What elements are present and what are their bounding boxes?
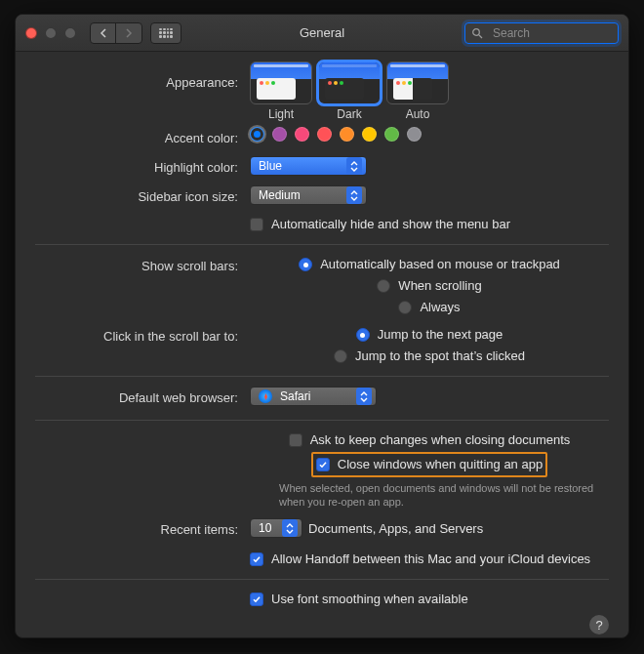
chevron-up-down-icon <box>282 519 298 537</box>
scrollbars-label: Show scroll bars: <box>35 255 250 278</box>
recent-items-label: Recent items: <box>35 518 250 542</box>
auto-hide-menubar-label: Automatically hide and show the menu bar <box>271 215 510 234</box>
titlebar: General <box>16 15 628 52</box>
radio-icon <box>334 349 347 363</box>
auto-hide-menubar-checkbox[interactable]: Automatically hide and show the menu bar <box>250 215 510 234</box>
click-scrollbar-radio[interactable]: Jump to the next page <box>356 325 503 345</box>
menubar-row: Automatically hide and show the menu bar <box>35 215 609 234</box>
appearance-option-label: Dark <box>337 107 361 121</box>
recent-items-value: 10 <box>259 521 276 535</box>
handoff-checkbox[interactable]: Allow Handoff between this Mac and your … <box>250 550 590 569</box>
close-windows-checkbox[interactable]: Close windows when quitting an app <box>316 455 543 474</box>
checkbox-icon <box>250 218 263 231</box>
default-browser-row: Default web browser: Safari <box>35 387 609 410</box>
click-scrollbar-options: Jump to the next pageJump to the spot th… <box>250 325 609 366</box>
scrollbars-radio[interactable]: Always <box>398 298 460 317</box>
recent-items-suffix: Documents, Apps, and Servers <box>308 521 483 536</box>
option-label: Jump to the spot that’s clicked <box>355 347 525 366</box>
svg-marker-2 <box>264 393 267 400</box>
system-preferences-window: General Appearance: Light Dark <box>15 14 629 638</box>
separator <box>35 420 609 421</box>
highlight-label: Highlight color: <box>35 156 250 180</box>
radio-icon <box>299 258 312 271</box>
appearance-option-label: Auto <box>406 107 430 121</box>
handoff-row: Allow Handoff between this Mac and your … <box>35 550 609 569</box>
close-windows-hint: When selected, open documents and window… <box>279 481 601 509</box>
option-label: Automatically based on mouse or trackpad <box>320 255 560 274</box>
accent-swatch[interactable] <box>295 127 309 142</box>
chevron-up-down-icon <box>346 157 362 175</box>
appearance-option-label: Light <box>268 107 294 121</box>
checkbox-icon <box>289 433 302 447</box>
appearance-option-auto[interactable]: Auto <box>386 61 449 121</box>
accent-row: Accent color: <box>35 127 609 150</box>
checkbox-icon <box>316 458 330 471</box>
ask-keep-changes-checkbox[interactable]: Ask to keep changes when closing documen… <box>289 430 571 450</box>
scrollbars-row: Show scroll bars: Automatically based on… <box>35 255 609 317</box>
accent-swatch[interactable] <box>250 127 264 142</box>
font-smoothing-row: Use font smoothing when available <box>35 590 609 609</box>
minimize-window-icon[interactable] <box>45 27 57 39</box>
search-icon <box>471 27 483 39</box>
svg-point-0 <box>473 28 480 35</box>
chevron-up-down-icon <box>356 388 372 405</box>
help-button[interactable]: ? <box>589 615 609 634</box>
font-smoothing-label: Use font smoothing when available <box>271 590 468 609</box>
appearance-label: Appearance: <box>35 61 250 104</box>
option-label: When scrolling <box>398 276 481 296</box>
search-field[interactable] <box>464 22 619 44</box>
nav-back-button[interactable] <box>91 23 116 43</box>
scrollbars-options: Automatically based on mouse or trackpad… <box>250 255 609 317</box>
handoff-label: Allow Handoff between this Mac and your … <box>271 550 590 569</box>
zoom-window-icon[interactable] <box>64 27 76 39</box>
highlight-popup[interactable]: Blue <box>250 156 367 176</box>
accent-swatch[interactable] <box>317 127 332 142</box>
scrollbars-radio[interactable]: When scrolling <box>377 276 481 296</box>
svg-line-1 <box>479 35 482 38</box>
checkbox-icon <box>250 552 263 566</box>
appearance-option-dark[interactable]: Dark <box>318 61 381 121</box>
sidebar-icon-popup[interactable]: Medium <box>250 185 367 205</box>
separator <box>35 376 609 377</box>
option-label: Always <box>420 298 460 317</box>
traffic-lights <box>25 27 76 39</box>
show-all-button[interactable] <box>150 22 181 44</box>
sidebar-icon-row: Sidebar icon size: Medium <box>35 185 609 209</box>
accent-swatches <box>250 127 609 142</box>
search-input[interactable] <box>491 23 629 43</box>
default-browser-label: Default web browser: <box>35 387 250 410</box>
click-scrollbar-radio[interactable]: Jump to the spot that’s clicked <box>334 347 525 366</box>
ask-keep-changes-label: Ask to keep changes when closing documen… <box>310 430 571 450</box>
recent-items-popup[interactable]: 10 <box>250 518 302 538</box>
safari-icon <box>259 389 272 403</box>
close-windows-label: Close windows when quitting an app <box>338 455 543 474</box>
appearance-row: Appearance: Light Dark Auto <box>35 61 609 121</box>
default-browser-popup[interactable]: Safari <box>250 387 377 406</box>
sidebar-icon-value: Medium <box>259 188 341 202</box>
highlight-row: Highlight color: Blue <box>35 156 609 180</box>
highlight-value: Blue <box>259 159 341 173</box>
close-windows-highlight: Close windows when quitting an app <box>311 452 547 477</box>
close-window-icon[interactable] <box>25 27 37 39</box>
scrollbars-radio[interactable]: Automatically based on mouse or trackpad <box>299 255 560 274</box>
nav-back-forward <box>90 22 142 44</box>
checkbox-icon <box>250 593 263 606</box>
preferences-body: Appearance: Light Dark Auto Accent color… <box>16 52 628 638</box>
separator <box>35 244 609 245</box>
appearance-options: Light Dark Auto <box>250 61 609 121</box>
recent-items-row: Recent items: 10 Documents, Apps, and Se… <box>35 518 609 542</box>
accent-swatch[interactable] <box>407 127 422 142</box>
appearance-option-light[interactable]: Light <box>250 61 312 121</box>
grid-icon <box>159 28 173 38</box>
accent-swatch[interactable] <box>272 127 287 142</box>
accent-swatch[interactable] <box>362 127 377 142</box>
separator <box>35 579 609 580</box>
radio-icon <box>398 301 412 314</box>
nav-forward-button[interactable] <box>116 23 141 43</box>
chevron-up-down-icon <box>346 186 362 204</box>
default-browser-value: Safari <box>280 389 350 403</box>
radio-icon <box>377 279 390 293</box>
accent-swatch[interactable] <box>340 127 354 142</box>
accent-swatch[interactable] <box>384 127 399 142</box>
font-smoothing-checkbox[interactable]: Use font smoothing when available <box>250 590 468 609</box>
